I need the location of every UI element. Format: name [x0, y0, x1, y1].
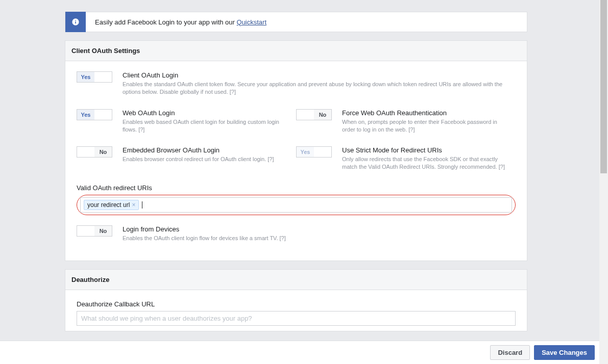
setting-title: Web OAuth Login — [123, 109, 289, 117]
toggle-web-oauth[interactable]: Yes No — [77, 109, 112, 120]
setting-desc: Enables the OAuth client login flow for … — [123, 235, 289, 242]
setting-login-devices: Yes No Login from Devices Enables the OA… — [77, 225, 296, 242]
remove-tag-icon[interactable]: × — [132, 201, 135, 209]
callback-url-input[interactable] — [77, 311, 516, 326]
setting-desc: Enables the standard OAuth client token … — [123, 81, 508, 96]
setting-desc: Enables web based OAuth client login for… — [123, 118, 289, 134]
callback-url-label: Deauthorize Callback URL — [77, 300, 516, 308]
setting-title: Login from Devices — [123, 225, 289, 233]
toggle-embedded-browser[interactable]: Yes No — [77, 146, 112, 158]
setting-desc: When on, prompts people to enter their F… — [342, 118, 508, 134]
toggle-login-devices[interactable]: Yes No — [77, 225, 112, 237]
redirect-uris-label: Valid OAuth redirect URIs — [77, 184, 516, 192]
banner-text: Easily add Facebook Login to your app wi… — [86, 18, 266, 26]
redirect-uri-tag: your redirect url × — [84, 200, 139, 210]
toggle-force-reauth[interactable]: Yes No — [296, 109, 332, 120]
banner-prefix: Easily add Facebook Login to your app wi… — [95, 18, 237, 26]
redirect-uris-input[interactable]: your redirect url × — [80, 197, 512, 213]
redirect-uri-tag-text: your redirect url — [87, 201, 130, 209]
section-title-oauth: Client OAuth Settings — [65, 41, 527, 61]
scrollbar-vertical[interactable] — [599, 0, 608, 364]
setting-title: Client OAuth Login — [123, 71, 508, 79]
setting-title: Force Web OAuth Reauthentication — [342, 109, 508, 117]
setting-title: Embedded Browser OAuth Login — [123, 146, 289, 154]
redirect-uris-block: Valid OAuth redirect URIs your redirect … — [77, 184, 516, 215]
footer-bar: Discard Save Changes — [0, 341, 604, 364]
toggle-client-oauth[interactable]: Yes No — [77, 71, 112, 83]
redirect-uris-highlight: your redirect url × — [77, 195, 516, 215]
scrollbar-thumb[interactable] — [600, 0, 607, 173]
text-cursor — [142, 201, 142, 209]
setting-embedded-browser: Yes No Embedded Browser OAuth Login Enab… — [77, 146, 296, 171]
setting-web-oauth: Yes No Web OAuth Login Enables web based… — [77, 109, 296, 134]
deauthorize-section: Deauthorize Deauthorize Callback URL — [65, 269, 527, 331]
save-changes-button[interactable]: Save Changes — [534, 345, 595, 360]
info-icon — [65, 12, 86, 32]
setting-desc: Enables browser control redirect uri for… — [123, 155, 289, 163]
quickstart-banner: Easily add Facebook Login to your app wi… — [65, 12, 527, 32]
section-title-deauth: Deauthorize — [65, 270, 527, 290]
setting-force-reauth: Yes No Force Web OAuth Reauthentication … — [296, 109, 516, 134]
oauth-settings-section: Client OAuth Settings Yes No Client OAut… — [65, 40, 527, 261]
discard-button[interactable]: Discard — [490, 345, 530, 360]
setting-desc: Only allow redirects that use the Facebo… — [342, 155, 508, 171]
setting-client-oauth: Yes No Client OAuth Login Enables the st… — [77, 71, 516, 96]
toggle-strict-mode[interactable]: Yes No — [296, 146, 332, 158]
setting-title: Use Strict Mode for Redirect URIs — [342, 146, 508, 154]
setting-strict-mode: Yes No Use Strict Mode for Redirect URIs… — [296, 146, 516, 171]
quickstart-link[interactable]: Quickstart — [237, 18, 267, 26]
